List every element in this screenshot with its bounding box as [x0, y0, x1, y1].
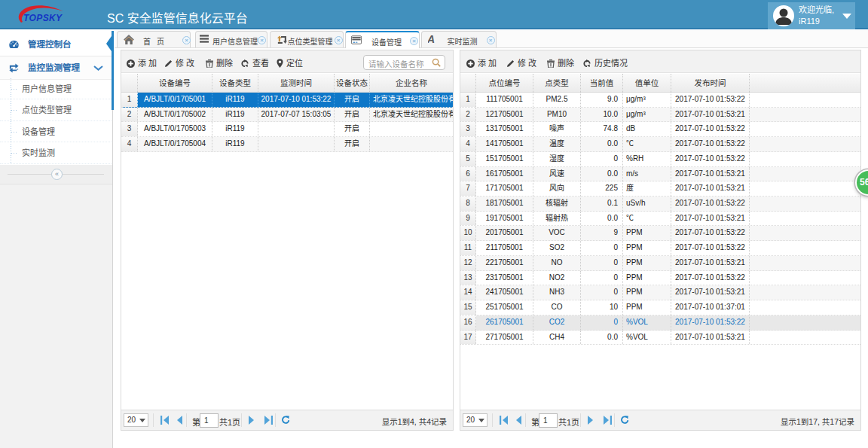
svg-text:A: A — [428, 35, 435, 44]
svg-text:TOPSKY: TOPSKY — [23, 13, 63, 23]
